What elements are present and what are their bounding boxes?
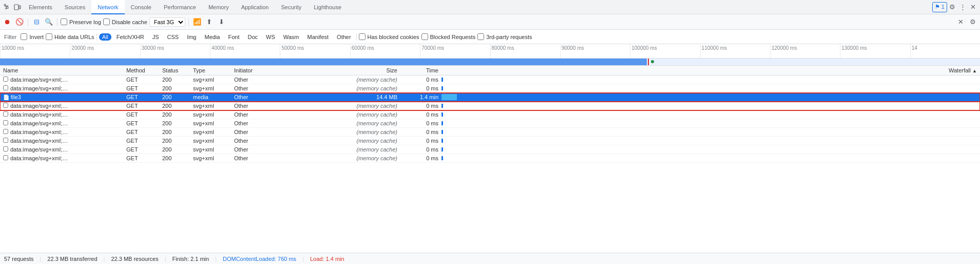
request-table-container[interactable]: Name Method Status Type Initiator Size T…	[0, 66, 980, 253]
filter-sep2	[356, 33, 357, 41]
row-checkbox[interactable]	[3, 103, 8, 108]
row-initiator: Other	[231, 128, 334, 137]
chip-manifest[interactable]: Manifest	[304, 33, 332, 41]
chip-js[interactable]: JS	[149, 33, 162, 41]
tab-network[interactable]: Network	[91, 0, 124, 14]
preserve-log-checkbox[interactable]	[61, 18, 67, 25]
table-row[interactable]: data:image/svg+xml;…GET200svg+xmlOther(m…	[0, 110, 980, 119]
chip-css[interactable]: CSS	[164, 33, 182, 41]
third-party-checkbox[interactable]	[477, 33, 484, 40]
badge-btn[interactable]: ⚑ 1	[932, 2, 947, 12]
col-waterfall[interactable]: Waterfall ▲	[441, 66, 980, 76]
preserve-log-label[interactable]: Preserve log	[61, 18, 101, 25]
row-size: (memory cache)	[334, 137, 400, 145]
settings-network-btn[interactable]: ⚙	[968, 17, 978, 27]
chip-other[interactable]: Other	[334, 33, 354, 41]
table-row[interactable]: data:image/svg+xml;…GET200svg+xmlOther(m…	[0, 128, 980, 137]
chip-all[interactable]: All	[99, 33, 111, 41]
row-initiator: Other	[231, 137, 334, 145]
row-checkbox[interactable]	[3, 138, 8, 143]
wifi-icon[interactable]: 📶	[192, 17, 202, 27]
chip-img[interactable]: Img	[184, 33, 199, 41]
invert-checkbox[interactable]	[21, 33, 27, 40]
tab-console[interactable]: Console	[125, 0, 158, 14]
more-btn[interactable]: ⋮	[957, 2, 968, 12]
col-status[interactable]: Status	[159, 66, 190, 76]
row-checkbox[interactable]	[3, 111, 8, 117]
ruler-mark-13: 14	[910, 44, 980, 58]
blocked-requests-label[interactable]: Blocked Requests	[421, 33, 476, 40]
clear-btn[interactable]: 🚫	[14, 17, 25, 27]
hide-data-urls-label[interactable]: Hide data URLs	[46, 33, 94, 40]
tab-application[interactable]: Application	[235, 0, 275, 14]
chip-fetch[interactable]: Fetch/XHR	[113, 33, 147, 41]
disable-cache-label[interactable]: Disable cache	[103, 18, 147, 25]
blocked-requests-checkbox[interactable]	[421, 33, 428, 40]
table-row[interactable]: data:image/svg+xml;…GET200svg+xmlOther(m…	[0, 102, 980, 110]
download-icon[interactable]: ⬇	[217, 17, 227, 27]
resources-size: 22.3 MB resources	[111, 256, 158, 262]
invert-label[interactable]: Invert	[21, 33, 44, 40]
timeline-header: 10000 ms 20000 ms 30000 ms 40000 ms 5000…	[0, 44, 980, 59]
row-initiator: Other	[231, 76, 334, 84]
row-time: 0 ms	[400, 102, 441, 110]
row-checkbox[interactable]	[3, 129, 8, 134]
row-checkbox[interactable]	[3, 155, 8, 160]
col-method[interactable]: Method	[123, 66, 159, 76]
col-name[interactable]: Name	[0, 66, 123, 76]
blocked-cookies-checkbox[interactable]	[359, 33, 366, 40]
tab-lighthouse[interactable]: Lighthouse	[308, 0, 348, 14]
disable-cache-checkbox[interactable]	[103, 18, 110, 25]
row-name: data:image/svg+xml;…	[10, 138, 68, 144]
table-row[interactable]: data:image/svg+xml;…GET200svg+xmlOther(m…	[0, 119, 980, 128]
blocked-cookies-label[interactable]: Has blocked cookies	[359, 33, 419, 40]
row-size: (memory cache)	[334, 102, 400, 110]
row-status: 200	[159, 154, 190, 163]
chip-wasm[interactable]: Wasm	[280, 33, 302, 41]
table-row[interactable]: 📄 file3GET200mediaOther14.4 MB1.4 min	[0, 93, 980, 102]
tab-performance[interactable]: Performance	[158, 0, 202, 14]
timeline-bar-row[interactable]	[0, 59, 980, 66]
chip-ws[interactable]: WS	[263, 33, 278, 41]
inspect-btn[interactable]	[2, 2, 12, 12]
table-row[interactable]: data:image/svg+xml;…GET200svg+xmlOther(m…	[0, 84, 980, 93]
close-toolbar-btn[interactable]: ✕	[955, 17, 966, 27]
row-initiator: Other	[231, 84, 334, 93]
row-checkbox[interactable]	[3, 120, 8, 125]
chip-doc[interactable]: Doc	[244, 33, 261, 41]
row-waterfall	[441, 119, 980, 128]
tab-security[interactable]: Security	[275, 0, 308, 14]
row-time: 0 ms	[400, 137, 441, 145]
tab-elements[interactable]: Elements	[23, 0, 59, 14]
row-time: 0 ms	[400, 76, 441, 84]
throttle-select[interactable]: Fast 3G	[149, 17, 185, 27]
tab-sources[interactable]: Sources	[59, 0, 91, 14]
table-row[interactable]: data:image/svg+xml;…GET200svg+xmlOther(m…	[0, 154, 980, 163]
row-checkbox[interactable]	[3, 85, 8, 90]
filter-btn[interactable]: ⊟	[31, 17, 42, 27]
table-row[interactable]: data:image/svg+xml;…GET200svg+xmlOther(m…	[0, 145, 980, 154]
row-status: 200	[159, 102, 190, 110]
row-checkbox[interactable]	[3, 146, 8, 152]
col-initiator[interactable]: Initiator	[231, 66, 334, 76]
timeline-ruler: 10000 ms 20000 ms 30000 ms 40000 ms 5000…	[0, 44, 980, 58]
row-initiator: Other	[231, 154, 334, 163]
col-time[interactable]: Time	[400, 66, 441, 76]
chip-font[interactable]: Font	[225, 33, 242, 41]
tab-memory[interactable]: Memory	[202, 0, 235, 14]
third-party-label[interactable]: 3rd-party requests	[477, 33, 532, 40]
row-checkbox[interactable]	[3, 77, 8, 82]
search-btn[interactable]: 🔍	[44, 17, 54, 27]
chip-media[interactable]: Media	[201, 33, 223, 41]
settings-btn[interactable]: ⚙	[947, 2, 957, 12]
upload-icon[interactable]: ⬆	[204, 17, 215, 27]
hide-data-urls-checkbox[interactable]	[46, 33, 52, 40]
col-type[interactable]: Type	[190, 66, 231, 76]
table-row[interactable]: data:image/svg+xml;…GET200svg+xmlOther(m…	[0, 76, 980, 84]
record-btn[interactable]: ⏺	[2, 17, 12, 27]
table-row[interactable]: data:image/svg+xml;…GET200svg+xmlOther(m…	[0, 137, 980, 145]
close-devtools-btn[interactable]: ✕	[968, 2, 978, 12]
row-size: (memory cache)	[334, 119, 400, 128]
device-toolbar-btn[interactable]	[12, 2, 23, 12]
col-size[interactable]: Size	[334, 66, 400, 76]
